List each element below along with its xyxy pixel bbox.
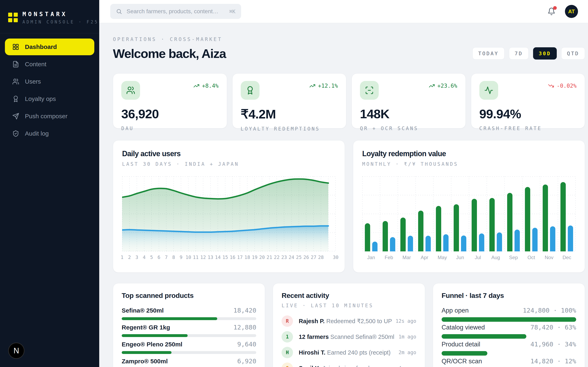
month-label: Jun xyxy=(451,255,469,260)
product-row: Engeo® Pleno 250ml9,640 xyxy=(122,341,256,354)
month-label: Oct xyxy=(522,255,540,260)
range-button-7d[interactable]: 7D xyxy=(509,47,528,59)
sidebar-item-users[interactable]: Users xyxy=(5,73,94,90)
sidebar-item-content[interactable]: Content xyxy=(5,56,94,73)
bar-group-jun xyxy=(451,176,469,251)
product-row: Sefina® 250ml18,420 xyxy=(122,307,256,320)
trend-up-icon xyxy=(193,83,199,89)
bar-group-nov xyxy=(540,176,558,251)
sidebar-item-label: Content xyxy=(25,61,46,68)
search-box[interactable]: ⌘K xyxy=(110,4,241,19)
activity-actor: 12 farmers xyxy=(299,334,329,340)
brand-logo-icon xyxy=(8,13,18,22)
kpi-label: CRASH-FREE RATE xyxy=(479,125,577,131)
kpi-card-crash-free-rate: -0.02%99.94%CRASH-FREE RATE xyxy=(471,73,585,128)
x-tick-label: 2 xyxy=(128,255,131,260)
search-shortcut: ⌘K xyxy=(229,8,235,15)
bar-thousands xyxy=(390,237,395,251)
activity-time: 4m ago xyxy=(395,365,416,367)
product-row: Regent® GR 1kg12,880 xyxy=(122,324,256,337)
kpi-value: 148K xyxy=(360,107,457,121)
activity-title: Recent activity xyxy=(282,292,416,300)
dau-chart-plot xyxy=(122,176,336,251)
sidebar-item-push-composer[interactable]: Push composer xyxy=(5,108,94,125)
funnel-bar xyxy=(442,334,526,339)
funnel-title: Funnel · last 7 days xyxy=(442,292,576,300)
bar-groups xyxy=(362,176,576,251)
range-button-30d[interactable]: 30D xyxy=(533,47,557,59)
page-content: OPERATIONS · CROSS-MARKET Welcome back, … xyxy=(99,23,588,367)
activity-actor: Rajesh P. xyxy=(299,318,325,324)
bar-thousands xyxy=(425,236,431,251)
x-tick-label: 12 xyxy=(200,255,206,260)
bar-thousands xyxy=(461,235,466,251)
bar-thousands xyxy=(515,230,520,251)
funnel-value: 41,960 · 34% xyxy=(530,341,576,348)
bar-thousands xyxy=(561,182,566,251)
notifications-button[interactable] xyxy=(546,7,556,16)
bar-thousands xyxy=(436,206,441,251)
bar-thousands xyxy=(543,184,548,251)
activity-time: 12s ago xyxy=(392,318,416,324)
kpi-trend: -0.02% xyxy=(548,83,577,89)
product-row: Zampro® 500ml6,920 xyxy=(122,358,256,367)
x-tick-label: 3 xyxy=(135,255,138,260)
bar-group-apr xyxy=(416,176,433,251)
sidebar-item-audit-log[interactable]: Audit log xyxy=(5,125,94,142)
x-tick-label: 6 xyxy=(157,255,160,260)
redemption-chart-card: Loyalty redemption value MONTHLY · ₹/¥ T… xyxy=(353,140,585,273)
funnel-label: Product detail xyxy=(442,341,480,348)
bar-thousands xyxy=(400,217,406,251)
bar-thousands xyxy=(443,234,449,251)
avatar[interactable]: AT xyxy=(565,5,578,18)
funnel-card: Funnel · last 7 days App open124,800 · 1… xyxy=(433,283,585,367)
sidebar-nav: DashboardContentUsersLoyalty opsPush com… xyxy=(0,39,99,142)
sidebar-item-loyalty-ops[interactable]: Loyalty ops xyxy=(5,91,94,107)
month-label: Nov xyxy=(540,255,558,260)
award-icon xyxy=(246,86,255,95)
redemption-chart-subtitle: MONTHLY · ₹/¥ THOUSANDS xyxy=(362,161,576,167)
send-icon xyxy=(12,113,19,120)
activity-text: 12 farmers Scanned Sefina® 250ml xyxy=(299,334,394,340)
product-progress-fill xyxy=(122,351,172,354)
kpi-card-loyalty-redemptions: +12.1%₹4.2MLOYALTY REDEMPTIONS xyxy=(232,73,346,128)
dau-chart-svg xyxy=(122,176,336,251)
x-tick-label: 21 xyxy=(267,255,272,260)
bar-group-oct xyxy=(522,176,540,251)
bar-thousands xyxy=(372,242,378,251)
x-tick-label: 19 xyxy=(252,255,258,260)
x-tick-label: 4 xyxy=(143,255,146,260)
redemption-chart-title: Loyalty redemption value xyxy=(362,150,576,158)
product-value: 12,880 xyxy=(233,324,256,331)
kpi-icon-tile xyxy=(479,81,498,100)
month-label: May xyxy=(433,255,451,260)
bar-thousands xyxy=(568,225,573,251)
x-tick-label: 28 xyxy=(318,255,324,260)
x-tick-label: 14 xyxy=(215,255,221,260)
shield-check-icon xyxy=(12,130,19,137)
activity-avatar: R xyxy=(282,315,293,327)
bar-thousands xyxy=(418,211,424,251)
sidebar-divider xyxy=(0,33,99,33)
page-title: Welcome back, Aiza xyxy=(113,46,226,61)
bar-thousands xyxy=(497,233,502,251)
x-tick-label: 11 xyxy=(193,255,199,260)
products-title: Top scanned products xyxy=(122,292,256,300)
product-name: Engeo® Pleno 250ml xyxy=(122,341,182,348)
brand: MONSTARX ADMIN CONSOLE · F25 xyxy=(0,0,99,25)
activity-subtitle: LIVE · LAST 10 MINUTES xyxy=(282,303,416,309)
sidebar: MONSTARX ADMIN CONSOLE · F25 DashboardCo… xyxy=(0,0,99,367)
range-button-qtd[interactable]: QTD xyxy=(561,47,585,59)
x-tick-label: 17 xyxy=(237,255,243,260)
search-input[interactable] xyxy=(126,8,225,15)
dau-chart-subtitle: LAST 30 DAYS · INDIA + JAPAN xyxy=(122,161,336,167)
range-button-today[interactable]: TODAY xyxy=(472,47,504,59)
x-tick-label: 9 xyxy=(180,255,182,260)
sidebar-item-dashboard[interactable]: Dashboard xyxy=(5,39,94,55)
activity-row: HHiroshi T. Earned 240 pts (receipt)2m a… xyxy=(282,347,416,358)
kpi-trend: +12.1% xyxy=(309,83,338,89)
breadcrumb: OPERATIONS · CROSS-MARKET xyxy=(113,36,226,42)
month-label: Apr xyxy=(416,255,433,260)
x-tick-label: 23 xyxy=(281,255,287,260)
funnel-list: App open124,800 · 100%Catalog viewed78,4… xyxy=(442,307,576,367)
